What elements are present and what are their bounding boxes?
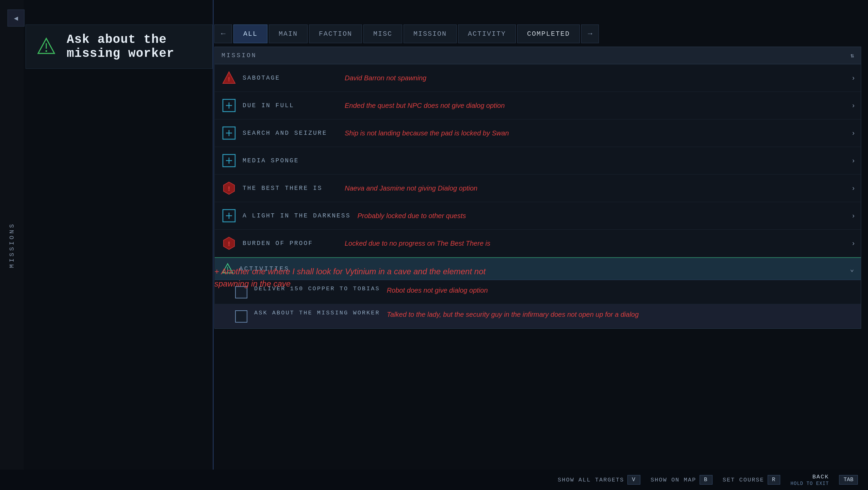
- section-label: MISSION: [222, 52, 257, 59]
- search-and-seizure-icon: [222, 126, 236, 141]
- bottom-toolbar: SHOW ALL TARGETS V SHOW ON MAP B SET COU…: [0, 470, 868, 490]
- activities-expand-icon: ⌄: [850, 265, 854, 273]
- burden-of-proof-arrow: ›: [851, 240, 855, 247]
- burden-of-proof-note: Locked due to no progress on The Best Th…: [345, 240, 490, 247]
- tab-prev-icon: ←: [221, 30, 225, 38]
- show-all-targets-action: SHOW ALL TARGETS V: [558, 475, 640, 485]
- best-there-is-icon: !: [222, 181, 236, 196]
- sabotage-icon: !: [222, 70, 236, 85]
- best-there-is-arrow: ›: [851, 184, 855, 192]
- best-there-is-name: THE BEST THERE IS: [243, 185, 338, 192]
- svg-point-2: [46, 50, 47, 52]
- mission-title: Ask about the missing worker: [67, 33, 202, 61]
- light-darkness-note: Probably locked due to other quests: [357, 212, 466, 220]
- tab-mission[interactable]: MISSION: [404, 24, 457, 43]
- ask-missing-worker-name: ASK ABOUT THE MISSING WORKER: [254, 310, 380, 316]
- additional-note: + Another one where I shall look for Vyt…: [214, 265, 487, 290]
- media-sponge-arrow: ›: [851, 157, 855, 165]
- tab-bar: ← ALL MAIN FACTION MISC MISSION ACTIVITY…: [214, 24, 861, 43]
- media-sponge-icon: [222, 153, 236, 168]
- vertical-divider: [213, 0, 214, 490]
- sidebar: MISSIONS: [0, 0, 24, 490]
- due-in-full-name: DUE IN FULL: [243, 102, 338, 109]
- mission-row-due-in-full[interactable]: DUE IN FULL Ended the quest but NPC does…: [215, 92, 861, 119]
- main-content: ← ALL MAIN FACTION MISC MISSION ACTIVITY…: [214, 24, 861, 470]
- ask-missing-worker-checkbox[interactable]: [235, 310, 247, 323]
- search-and-seizure-note: Ship is not landing because the pad is l…: [345, 129, 509, 137]
- svg-text:!: !: [227, 76, 231, 83]
- mission-row-media-sponge[interactable]: MEDIA SPONGE ›: [215, 147, 861, 175]
- back-action: BACK HOLD TO EXIT: [790, 474, 829, 486]
- mission-header-panel: Ask about the missing worker: [26, 24, 213, 69]
- collapse-icon: ◀: [14, 14, 18, 22]
- back-sublabel: HOLD TO EXIT: [790, 481, 829, 486]
- back-label: BACK: [812, 474, 829, 480]
- activity-row-ask-missing-worker[interactable]: ASK ABOUT THE MISSING WORKER Talked to t…: [215, 304, 861, 328]
- sabotage-arrow: ›: [851, 74, 855, 82]
- tab-misc[interactable]: MISC: [363, 24, 402, 43]
- search-and-seizure-arrow: ›: [851, 129, 855, 137]
- search-and-seizure-name: SEARCH AND SEIZURE: [243, 130, 338, 136]
- show-all-targets-key[interactable]: V: [627, 475, 640, 485]
- light-darkness-icon: [222, 208, 236, 223]
- section-header: MISSION ⇅: [215, 47, 861, 64]
- tab-activity[interactable]: ACTIVITY: [458, 24, 516, 43]
- mission-row-sabotage[interactable]: ! SABOTAGE David Barron not spawning ›: [215, 64, 861, 92]
- mission-row-best-there-is[interactable]: ! THE BEST THERE IS Naeva and Jasmine no…: [215, 175, 861, 202]
- back-key[interactable]: TAB: [839, 475, 858, 485]
- set-course-action: SET COURSE R: [723, 475, 781, 485]
- tab-completed[interactable]: COMPLETED: [517, 24, 580, 43]
- mission-row-burden-of-proof[interactable]: ! BURDEN OF PROOF Locked due to no progr…: [215, 230, 861, 257]
- burden-of-proof-icon: !: [222, 236, 236, 251]
- collapse-button[interactable]: ◀: [7, 10, 24, 27]
- show-on-map-label: SHOW ON MAP: [651, 477, 696, 483]
- light-darkness-arrow: ›: [851, 212, 855, 220]
- sort-icon: ⇅: [850, 52, 854, 59]
- sidebar-label: MISSIONS: [9, 222, 15, 268]
- set-course-label: SET COURSE: [723, 477, 764, 483]
- tab-prev-button[interactable]: ←: [214, 24, 232, 43]
- tab-next-button[interactable]: →: [581, 24, 599, 43]
- mission-row-light-darkness[interactable]: A LIGHT IN THE DARKNESS Probably locked …: [215, 202, 861, 230]
- sabotage-name: SABOTAGE: [243, 75, 338, 81]
- mission-row-search-and-seizure[interactable]: SEARCH AND SEIZURE Ship is not landing b…: [215, 119, 861, 147]
- media-sponge-name: MEDIA SPONGE: [243, 157, 338, 164]
- tab-faction[interactable]: FACTION: [309, 24, 362, 43]
- tab-all[interactable]: ALL: [233, 24, 267, 43]
- tab-main[interactable]: MAIN: [269, 24, 308, 43]
- show-on-map-key[interactable]: B: [700, 475, 713, 485]
- due-in-full-note: Ended the quest but NPC does not give di…: [345, 102, 505, 110]
- burden-of-proof-name: BURDEN OF PROOF: [243, 240, 338, 247]
- svg-text:!: !: [227, 185, 231, 193]
- tab-next-icon: →: [588, 30, 592, 38]
- light-darkness-name: A LIGHT IN THE DARKNESS: [243, 212, 350, 219]
- due-in-full-icon: [222, 98, 236, 113]
- sabotage-note: David Barron not spawning: [345, 74, 426, 82]
- ask-missing-worker-note: Talked to the lady, but the security guy…: [387, 310, 854, 319]
- set-course-key[interactable]: R: [768, 475, 781, 485]
- svg-text:!: !: [227, 240, 231, 248]
- show-all-targets-label: SHOW ALL TARGETS: [558, 477, 624, 483]
- mission-header-icon: [36, 36, 56, 57]
- show-on-map-action: SHOW ON MAP B: [651, 475, 713, 485]
- due-in-full-arrow: ›: [851, 102, 855, 110]
- best-there-is-note: Naeva and Jasmine not giving Dialog opti…: [345, 184, 477, 192]
